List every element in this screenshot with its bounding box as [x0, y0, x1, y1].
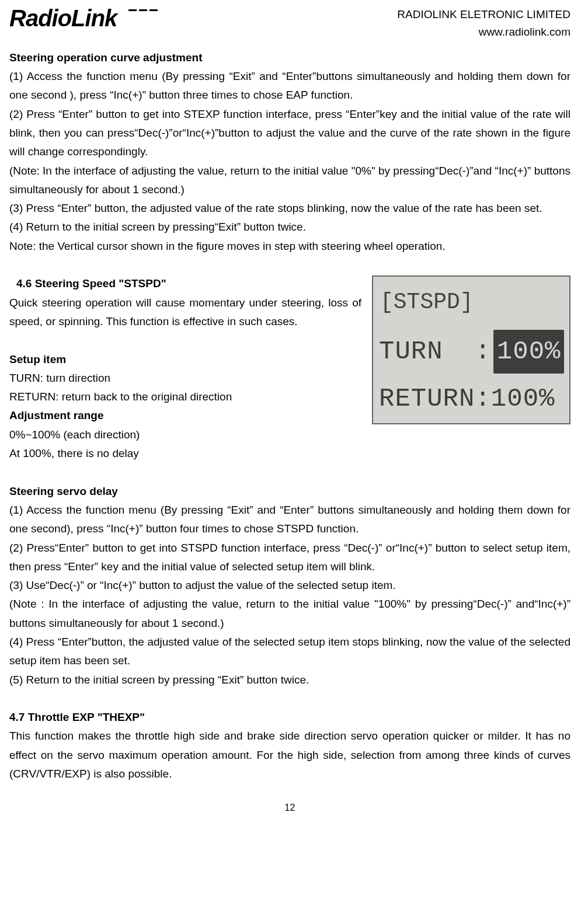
document-content: Steering operation curve adjustment (1) … — [9, 48, 570, 784]
display-return-line: RETURN: 100% — [378, 377, 565, 421]
page-header: RadioLink RADIOLINK ELETRONIC LIMITED ww… — [9, 6, 570, 41]
website: www.radiolink.com — [397, 23, 570, 41]
adj-range-2: At 100%, there is no delay — [9, 444, 570, 463]
svg-rect-2 — [139, 9, 147, 11]
s3-p5: (4) Press “Enter”button, the adjusted va… — [9, 633, 570, 671]
section-title-2: 4.6 Steering Speed "STSPD" — [16, 277, 166, 290]
display-turn-value: 100% — [493, 330, 565, 374]
s1-p2: (2) Press “Enter” button to get into STE… — [9, 105, 570, 162]
company-name: RADIOLINK ELETRONIC LIMITED — [397, 6, 570, 23]
s1-p3: (Note: In the interface of adjusting the… — [9, 162, 570, 200]
display-title: [STSPD] — [378, 284, 565, 322]
s3-p1: (1) Access the function menu (By pressin… — [9, 501, 570, 539]
adj-range-label: Adjustment range — [9, 409, 104, 421]
display-return-value: 100% — [491, 377, 555, 421]
s3-p6: (5) Return to the initial screen by pres… — [9, 671, 570, 689]
logo: RadioLink — [9, 6, 161, 33]
svg-rect-3 — [149, 9, 158, 11]
s4-p1: This function makes the throttle high si… — [9, 727, 570, 783]
setup-item-label: Setup item — [9, 353, 66, 365]
s1-p1: (1) Access the function menu (By pressin… — [9, 67, 570, 105]
svg-rect-1 — [128, 9, 137, 11]
s1-p4: (3) Press “Enter” button, the adjusted v… — [9, 199, 570, 218]
s1-p6: Note: the Vertical cursor shown in the f… — [9, 237, 570, 256]
display-return-label: RETURN: — [379, 377, 491, 421]
section-title-4: 4.7 Throttle EXP "THEXP" — [9, 711, 145, 723]
s3-p2: (2) Press“Enter” button to get into STSP… — [9, 539, 570, 577]
stspd-display: [STSPD] TURN : 100% RETURN: 100% — [372, 276, 570, 424]
section-title-1: Steering operation curve adjustment — [9, 51, 202, 64]
section-title-3: Steering servo delay — [9, 485, 118, 497]
s1-p5: (4) Return to the initial screen by pres… — [9, 218, 570, 236]
s3-p4: (Note : In the interface of adjusting th… — [9, 595, 570, 633]
display-turn-label: TURN : — [379, 330, 491, 374]
s3-p3: (3) Use“Dec(-)” or “Inc(+)” button to ad… — [9, 576, 570, 595]
radiolink-logo-icon: RadioLink — [9, 6, 161, 33]
svg-text:RadioLink: RadioLink — [9, 6, 119, 31]
display-turn-line: TURN : 100% — [378, 330, 565, 374]
header-right: RADIOLINK ELETRONIC LIMITED www.radiolin… — [397, 6, 570, 41]
page-number: 12 — [9, 800, 570, 815]
